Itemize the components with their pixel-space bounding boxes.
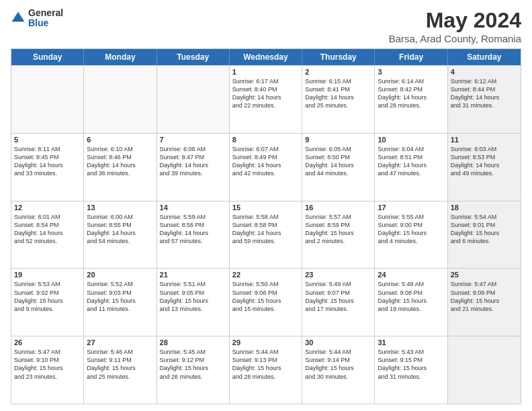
header: General Blue May 2024 Barsa, Arad County…: [11, 8, 521, 44]
page: General Blue May 2024 Barsa, Arad County…: [0, 0, 532, 411]
calendar-cell: 31Sunrise: 5:43 AM Sunset: 9:15 PM Dayli…: [375, 336, 447, 404]
cell-details: Sunrise: 6:10 AM Sunset: 8:46 PM Dayligh…: [87, 145, 153, 178]
day-number: 2: [305, 68, 371, 76]
day-number: 31: [378, 338, 444, 347]
calendar-cell: 8Sunrise: 6:07 AM Sunset: 8:49 PM Daylig…: [230, 134, 302, 201]
cell-details: Sunrise: 5:54 AM Sunset: 9:01 PM Dayligh…: [451, 213, 518, 246]
cell-details: Sunrise: 5:52 AM Sunset: 9:03 PM Dayligh…: [87, 280, 153, 313]
day-number: 22: [232, 271, 299, 279]
day-number: 23: [305, 271, 371, 279]
calendar-cell: 25Sunrise: 5:47 AM Sunset: 9:09 PM Dayli…: [448, 269, 521, 336]
weekday-header: Sunday: [11, 49, 84, 65]
day-number: 6: [87, 136, 153, 144]
cell-details: Sunrise: 5:59 AM Sunset: 8:56 PM Dayligh…: [160, 213, 226, 246]
day-number: 4: [451, 68, 518, 76]
day-number: 12: [14, 203, 81, 212]
logo-blue-text: Blue: [28, 18, 63, 28]
cell-details: Sunrise: 6:17 AM Sunset: 8:40 PM Dayligh…: [232, 77, 299, 110]
cell-details: Sunrise: 6:00 AM Sunset: 8:55 PM Dayligh…: [87, 213, 153, 246]
calendar-cell: 27Sunrise: 5:46 AM Sunset: 9:11 PM Dayli…: [84, 336, 157, 404]
calendar-cell: 14Sunrise: 5:59 AM Sunset: 8:56 PM Dayli…: [157, 201, 230, 269]
calendar-cell: 26Sunrise: 5:47 AM Sunset: 9:10 PM Dayli…: [11, 336, 84, 404]
calendar-cell: [157, 66, 230, 133]
day-number: 29: [232, 338, 299, 347]
cell-details: Sunrise: 6:05 AM Sunset: 8:50 PM Dayligh…: [305, 145, 371, 178]
calendar-cell: 11Sunrise: 6:03 AM Sunset: 8:53 PM Dayli…: [448, 134, 521, 201]
title-area: May 2024 Barsa, Arad County, Romania: [389, 8, 521, 44]
cell-details: Sunrise: 6:11 AM Sunset: 8:45 PM Dayligh…: [14, 145, 81, 178]
calendar-cell: 17Sunrise: 5:55 AM Sunset: 9:00 PM Dayli…: [375, 201, 447, 269]
calendar-cell: 5Sunrise: 6:11 AM Sunset: 8:45 PM Daylig…: [11, 134, 84, 201]
calendar-cell: 28Sunrise: 5:45 AM Sunset: 9:12 PM Dayli…: [157, 336, 230, 404]
day-number: 13: [87, 203, 153, 212]
calendar-cell: 1Sunrise: 6:17 AM Sunset: 8:40 PM Daylig…: [230, 66, 302, 133]
calendar-row: 19Sunrise: 5:53 AM Sunset: 9:02 PM Dayli…: [11, 268, 521, 336]
cell-details: Sunrise: 6:12 AM Sunset: 8:44 PM Dayligh…: [451, 77, 518, 110]
weekday-header: Monday: [84, 49, 157, 65]
day-number: 20: [87, 271, 153, 279]
calendar-cell: 22Sunrise: 5:50 AM Sunset: 9:06 PM Dayli…: [230, 269, 302, 336]
cell-details: Sunrise: 5:44 AM Sunset: 9:13 PM Dayligh…: [232, 348, 299, 381]
calendar-cell: 9Sunrise: 6:05 AM Sunset: 8:50 PM Daylig…: [302, 134, 375, 201]
calendar-header: SundayMondayTuesdayWednesdayThursdayFrid…: [11, 49, 521, 65]
cell-details: Sunrise: 6:08 AM Sunset: 8:47 PM Dayligh…: [160, 145, 226, 178]
day-number: 14: [160, 203, 226, 212]
calendar-row: 1Sunrise: 6:17 AM Sunset: 8:40 PM Daylig…: [11, 65, 521, 133]
day-number: 16: [305, 203, 371, 212]
day-number: 1: [232, 68, 299, 76]
cell-details: Sunrise: 5:46 AM Sunset: 9:11 PM Dayligh…: [87, 348, 153, 381]
calendar-row: 26Sunrise: 5:47 AM Sunset: 9:10 PM Dayli…: [11, 336, 521, 404]
cell-details: Sunrise: 6:03 AM Sunset: 8:53 PM Dayligh…: [451, 145, 518, 178]
calendar-cell: 24Sunrise: 5:48 AM Sunset: 9:08 PM Dayli…: [375, 269, 447, 336]
day-number: 3: [378, 68, 444, 76]
calendar-cell: 19Sunrise: 5:53 AM Sunset: 9:02 PM Dayli…: [11, 269, 84, 336]
weekday-header: Wednesday: [230, 49, 302, 65]
calendar-cell: 6Sunrise: 6:10 AM Sunset: 8:46 PM Daylig…: [84, 134, 157, 201]
cell-details: Sunrise: 6:04 AM Sunset: 8:51 PM Dayligh…: [378, 145, 444, 178]
calendar-cell: 15Sunrise: 5:58 AM Sunset: 8:58 PM Dayli…: [230, 201, 302, 269]
cell-details: Sunrise: 5:57 AM Sunset: 8:59 PM Dayligh…: [305, 213, 371, 246]
logo-general-text: General: [28, 8, 63, 18]
weekday-header: Tuesday: [157, 49, 230, 65]
calendar: SundayMondayTuesdayWednesdayThursdayFrid…: [11, 48, 521, 404]
calendar-cell: 7Sunrise: 6:08 AM Sunset: 8:47 PM Daylig…: [157, 134, 230, 201]
cell-details: Sunrise: 5:58 AM Sunset: 8:58 PM Dayligh…: [232, 213, 299, 246]
day-number: 30: [305, 338, 371, 347]
day-number: 28: [160, 338, 226, 347]
day-number: 7: [160, 136, 226, 144]
day-number: 15: [232, 203, 299, 212]
calendar-cell: [448, 336, 521, 404]
cell-details: Sunrise: 6:01 AM Sunset: 8:54 PM Dayligh…: [14, 213, 81, 246]
day-number: 11: [451, 136, 518, 144]
cell-details: Sunrise: 6:07 AM Sunset: 8:49 PM Dayligh…: [232, 145, 299, 178]
calendar-cell: 30Sunrise: 5:44 AM Sunset: 9:14 PM Dayli…: [302, 336, 375, 404]
cell-details: Sunrise: 5:48 AM Sunset: 9:08 PM Dayligh…: [378, 280, 444, 313]
cell-details: Sunrise: 5:55 AM Sunset: 9:00 PM Dayligh…: [378, 213, 444, 246]
subtitle: Barsa, Arad County, Romania: [389, 33, 521, 44]
cell-details: Sunrise: 5:53 AM Sunset: 9:02 PM Dayligh…: [14, 280, 81, 313]
cell-details: Sunrise: 5:47 AM Sunset: 9:10 PM Dayligh…: [14, 348, 81, 381]
cell-details: Sunrise: 5:43 AM Sunset: 9:15 PM Dayligh…: [378, 348, 444, 381]
calendar-cell: 12Sunrise: 6:01 AM Sunset: 8:54 PM Dayli…: [11, 201, 84, 269]
calendar-cell: 29Sunrise: 5:44 AM Sunset: 9:13 PM Dayli…: [230, 336, 302, 404]
cell-details: Sunrise: 5:51 AM Sunset: 9:05 PM Dayligh…: [160, 280, 226, 313]
calendar-cell: 3Sunrise: 6:14 AM Sunset: 8:42 PM Daylig…: [375, 66, 447, 133]
day-number: 5: [14, 136, 81, 144]
calendar-cell: [84, 66, 157, 133]
day-number: 19: [14, 271, 81, 279]
day-number: 26: [14, 338, 81, 347]
calendar-cell: 13Sunrise: 6:00 AM Sunset: 8:55 PM Dayli…: [84, 201, 157, 269]
day-number: 10: [378, 136, 444, 144]
calendar-cell: 16Sunrise: 5:57 AM Sunset: 8:59 PM Dayli…: [302, 201, 375, 269]
calendar-cell: 23Sunrise: 5:49 AM Sunset: 9:07 PM Dayli…: [302, 269, 375, 336]
cell-details: Sunrise: 6:14 AM Sunset: 8:42 PM Dayligh…: [378, 77, 444, 110]
calendar-cell: 4Sunrise: 6:12 AM Sunset: 8:44 PM Daylig…: [448, 66, 521, 133]
calendar-cell: 18Sunrise: 5:54 AM Sunset: 9:01 PM Dayli…: [448, 201, 521, 269]
cell-details: Sunrise: 5:47 AM Sunset: 9:09 PM Dayligh…: [451, 280, 518, 313]
calendar-cell: [11, 66, 84, 133]
logo: General Blue: [11, 8, 63, 29]
weekday-header: Friday: [375, 49, 447, 65]
day-number: 27: [87, 338, 153, 347]
calendar-body: 1Sunrise: 6:17 AM Sunset: 8:40 PM Daylig…: [11, 65, 521, 404]
weekday-header: Thursday: [302, 49, 375, 65]
